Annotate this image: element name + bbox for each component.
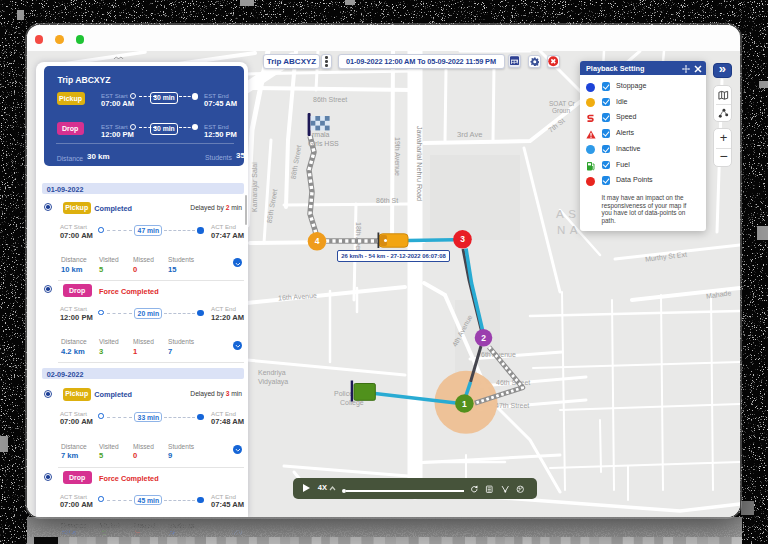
svg-text:86th Street: 86th Street (313, 96, 347, 103)
svg-text:47th Street: 47th Street (495, 402, 529, 409)
svg-text:Groun: Groun (552, 107, 570, 114)
svg-text:19th Avenue: 19th Avenue (394, 137, 401, 176)
svg-text:Girls HSS: Girls HSS (308, 140, 339, 147)
svg-text:NA: NA (557, 224, 582, 236)
svg-text:Kendriya: Kendriya (258, 369, 286, 377)
svg-text:Jawaharlal Nehru Road: Jawaharlal Nehru Road (415, 126, 424, 201)
svg-text:AS: AS (556, 208, 580, 220)
svg-text:3: 3 (460, 234, 465, 244)
svg-text:rmala: rmala (312, 131, 330, 138)
svg-text:SOAT Cr: SOAT Cr (549, 100, 576, 107)
svg-text:46th Street: 46th Street (496, 379, 530, 386)
svg-text:4: 4 (315, 236, 320, 246)
svg-text:1: 1 (462, 399, 467, 409)
svg-text:2: 2 (481, 333, 486, 343)
svg-text:86th St: 86th St (376, 197, 398, 204)
svg-text:Police: Police (334, 390, 353, 397)
svg-text:Kamarajar Salai: Kamarajar Salai (251, 162, 259, 212)
svg-text:3rd Ave: 3rd Ave (457, 130, 482, 139)
svg-text:Vidyalaya: Vidyalaya (258, 378, 288, 386)
